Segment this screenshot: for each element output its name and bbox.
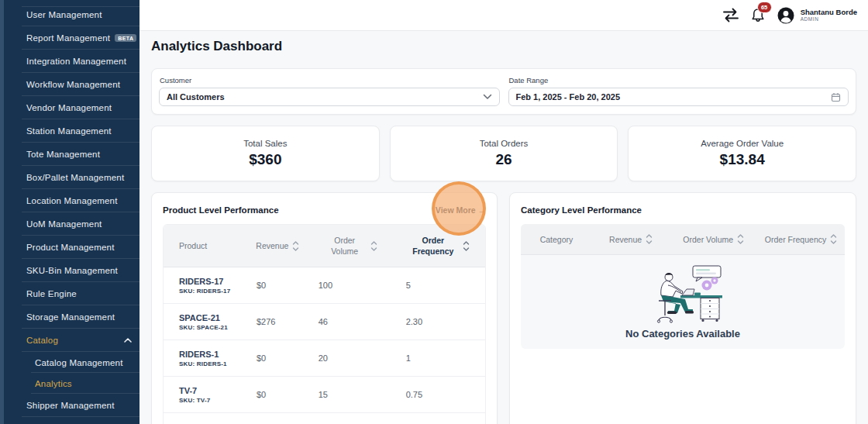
- column-header-order-volume[interactable]: Order Volume: [670, 224, 757, 254]
- category-table: Category Revenue Order Volume Order Freq…: [521, 224, 845, 349]
- product-name: RIDERS-1: [179, 350, 247, 359]
- product-sku: SKU: SPACE-21: [179, 324, 247, 331]
- date-range-value: Feb 1, 2025 - Feb 20, 2025: [516, 92, 832, 102]
- revenue-value: $0: [247, 281, 308, 290]
- column-header-revenue[interactable]: Revenue: [592, 224, 670, 254]
- chevron-down-icon: [483, 94, 492, 100]
- table-row[interactable]: RIDERS-1 SKU: RIDERS-1 $0 20 1: [164, 340, 485, 377]
- category-level-performance-panel: Category Level Performance Category Reve…: [509, 192, 856, 424]
- product-level-performance-panel: Product Level Performance View More → Pr…: [151, 192, 498, 424]
- product-sku: SKU: RIDERS-17: [179, 288, 247, 295]
- stat-value: 26: [495, 151, 512, 168]
- user-name: Shantanu Borde: [801, 8, 857, 16]
- revenue-value: $276: [247, 317, 308, 326]
- user-menu[interactable]: Shantanu Borde ADMIN: [777, 6, 857, 25]
- sidebar-item-storage-management[interactable]: Storage Management: [0, 305, 140, 329]
- sidebar-item-uom-management[interactable]: UoM Management: [0, 212, 140, 236]
- sidebar-item-analytics[interactable]: Analytics: [0, 373, 140, 394]
- sidebar-item-catalog[interactable]: Catalog: [0, 329, 140, 352]
- sidebar-item-sku-bin-management[interactable]: SKU-Bin Management: [0, 259, 140, 282]
- empty-state-text: No Categories Available: [625, 328, 740, 340]
- column-header-order-frequency[interactable]: Order Frequency: [757, 224, 845, 254]
- sidebar-item-location-management[interactable]: Location Management: [0, 189, 140, 212]
- sidebar-item-shipper-management[interactable]: Shipper Management: [0, 394, 140, 417]
- sidebar-item-product-management[interactable]: Product Management: [0, 236, 140, 259]
- sort-icon[interactable]: [830, 234, 837, 244]
- sidebar-item-tote-management[interactable]: Tote Management: [0, 143, 140, 166]
- product-name: TV-7: [179, 386, 247, 395]
- order-frequency-value: 1: [392, 353, 485, 363]
- sidebar-item-rule-engine[interactable]: Rule Engine: [0, 282, 140, 305]
- user-avatar-icon: [777, 6, 795, 25]
- sidebar-item-report-management[interactable]: Report Management BETA: [0, 26, 140, 50]
- table-row[interactable]: RIDERS-17 SKU: RIDERS-17 $0 100 5: [164, 267, 485, 304]
- column-header-product: Product: [164, 225, 247, 267]
- customer-select-value: All Customers: [167, 92, 483, 102]
- customer-filter-label: Customer: [160, 76, 500, 84]
- category-panel-title: Category Level Performance: [521, 205, 642, 215]
- sort-icon[interactable]: [370, 241, 377, 251]
- calendar-icon: [831, 92, 841, 102]
- sort-icon[interactable]: [292, 241, 299, 251]
- stat-card-total-sales: Total Sales $360: [151, 126, 380, 181]
- swap-transfer-icon[interactable]: [722, 8, 739, 23]
- stat-label: Total Sales: [243, 139, 287, 148]
- sidebar-item-integration-management[interactable]: Integration Management: [0, 50, 140, 73]
- product-panel-title: Product Level Performance: [163, 205, 279, 215]
- stat-value: $360: [249, 151, 281, 168]
- stat-value: $13.84: [720, 151, 765, 168]
- column-header-revenue[interactable]: Revenue: [247, 225, 308, 267]
- product-table: Product Revenue Order Volume Order Frequ…: [163, 224, 486, 424]
- column-header-order-frequency[interactable]: Order Frequency: [392, 225, 485, 267]
- order-volume-value: 100: [308, 281, 392, 290]
- sidebar-item-vendor-management[interactable]: Vendor Management: [0, 96, 140, 119]
- product-sku: SKU: TV-7: [179, 397, 247, 404]
- sidebar-item-user-management[interactable]: User Management: [0, 3, 140, 26]
- table-row[interactable]: SPACE-21 SKU: SPACE-21 $276 46 2.30: [164, 304, 485, 340]
- notification-count-badge: 65: [757, 2, 772, 13]
- customer-filter-group: Customer All Customers: [159, 76, 500, 106]
- topbar: 65 Shantanu Borde ADMIN: [140, 0, 868, 31]
- product-name: RIDERS-17: [179, 277, 247, 286]
- date-range-input[interactable]: Feb 1, 2025 - Feb 20, 2025: [508, 88, 849, 106]
- sort-icon[interactable]: [646, 234, 653, 244]
- table-row[interactable]: TV-7 SKU: TV-7 $0 15 0.75: [164, 377, 485, 413]
- date-range-filter-group: Date Range Feb 1, 2025 - Feb 20, 2025: [508, 76, 849, 106]
- sidebar-item-box-pallet-management[interactable]: Box/Pallet Management: [0, 166, 140, 189]
- filter-bar: Customer All Customers Date Range Feb 1,…: [151, 68, 856, 115]
- stat-cards-row: Total Sales $360 Total Orders 26 Average…: [151, 126, 856, 181]
- user-role: ADMIN: [801, 16, 857, 22]
- order-frequency-value: 0.75: [392, 390, 485, 399]
- table-row-partial[interactable]: SPACE-2: [164, 413, 485, 424]
- sidebar-item-cutoff: [0, 417, 140, 424]
- order-volume-value: 15: [308, 390, 392, 399]
- revenue-value: $0: [247, 390, 308, 399]
- order-frequency-value: 5: [392, 281, 485, 290]
- customer-select[interactable]: All Customers: [159, 88, 500, 106]
- sidebar-item-catalog-management[interactable]: Catalog Management: [0, 352, 140, 373]
- column-header-category: Category: [521, 224, 592, 254]
- revenue-value: $0: [247, 353, 308, 363]
- date-range-label: Date Range: [509, 76, 849, 84]
- order-volume-value: 20: [308, 353, 392, 363]
- sidebar-nav-list: User Management Report Management BETA I…: [0, 3, 140, 424]
- view-more-link[interactable]: View More →: [436, 205, 486, 215]
- sidebar-item-station-management[interactable]: Station Management: [0, 119, 140, 143]
- beta-badge: BETA: [115, 34, 136, 42]
- sidebar-item-workflow-management[interactable]: Workflow Management: [0, 73, 140, 96]
- chevron-up-icon: [124, 338, 132, 343]
- sidebar: User Management Report Management BETA I…: [0, 0, 140, 424]
- empty-state: No Categories Available: [521, 255, 845, 349]
- sort-icon[interactable]: [463, 241, 470, 251]
- product-sku: SKU: RIDERS-1: [179, 360, 247, 367]
- notification-bell-icon[interactable]: 65: [750, 7, 766, 23]
- sort-icon[interactable]: [737, 234, 744, 244]
- stat-card-total-orders: Total Orders 26: [390, 126, 618, 181]
- order-frequency-value: 2.30: [392, 317, 485, 326]
- stat-card-average-order-value: Average Order Value $13.84: [628, 126, 856, 181]
- page-title: Analytics Dashboard: [151, 39, 282, 54]
- stat-label: Average Order Value: [701, 139, 784, 148]
- stat-label: Total Orders: [480, 139, 529, 148]
- empty-state-illustration: [637, 264, 728, 323]
- column-header-order-volume[interactable]: Order Volume: [308, 225, 392, 267]
